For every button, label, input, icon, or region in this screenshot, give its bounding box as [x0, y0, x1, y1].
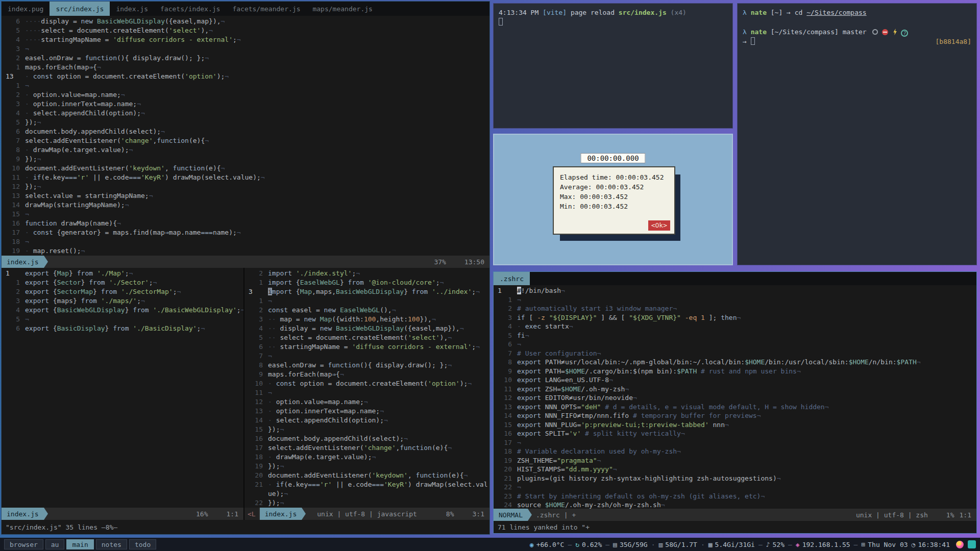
- editor-window-left[interactable]: index.pugsrc/index.jsindex.jsfacets/inde…: [1, 1, 490, 535]
- line-number: 18: [494, 447, 517, 456]
- text-segment: export: [517, 412, 541, 419]
- line-number: 5: [244, 333, 268, 342]
- text-segment: NNN_PLUG=: [541, 421, 581, 429]
- code-line: 10document.addEventListener('keydown', f…: [2, 164, 489, 173]
- editor-splits: 1export {Map} from './Map';¬ 1export {Se…: [2, 268, 489, 520]
- text-segment: $PATH: [897, 358, 917, 366]
- text-segment: ¬: [149, 192, 153, 199]
- text-segment: document.addEventListener(: [268, 471, 372, 479]
- text-segment: export: [25, 279, 49, 286]
- text-segment: $HOME: [545, 501, 565, 509]
- line-number: 6: [244, 342, 268, 352]
- buffer-src-index-js-top[interactable]: 2import './index.styl';¬ 1import {EaselW…: [244, 268, 489, 508]
- statusline-split-left: index.js 16% 1:1: [2, 508, 243, 520]
- terminal-line: λ nate [~/Sites/compass] master ?: [743, 27, 971, 37]
- code-text: export ZSH=$HOME/.oh-my-zsh¬: [517, 385, 629, 394]
- editor-window-zshrc[interactable]: .zshrc 1#!/bin/bash¬ 1¬ 2# automatically…: [493, 271, 977, 534]
- line-number: 6: [2, 127, 25, 136]
- split-src-index[interactable]: 2import './index.styl';¬ 1import {EaselW…: [244, 268, 489, 520]
- line-number: 3: [244, 315, 268, 324]
- status-separator: —: [568, 541, 572, 548]
- text-segment: ;: [472, 343, 476, 350]
- code-line: 2easel.onDraw = function(){ display.draw…: [2, 54, 489, 63]
- text-segment: {: [49, 306, 57, 314]
- text-segment: ¬: [404, 435, 408, 442]
- code-line: 4·· display = new BasicWebGLDisplay({eas…: [244, 324, 489, 333]
- text-segment: (e){: [448, 471, 463, 479]
- text-segment: new: [324, 306, 340, 314]
- text-segment: map.reset();: [29, 247, 81, 255]
- line-number: 5: [2, 26, 25, 35]
- systray-terminal-icon[interactable]: [968, 540, 976, 548]
- line-number: 18: [244, 453, 268, 462]
- text-segment: ¬: [432, 315, 436, 323]
- terminal-vite[interactable]: 4:13:34 PM [vite] page reload src/index.…: [493, 3, 733, 129]
- code-text: export {maps} from './maps/';¬: [25, 296, 145, 306]
- code-line: 7¬: [244, 352, 489, 361]
- text-segment: ¬: [737, 314, 741, 321]
- workspace-notes[interactable]: notes: [96, 539, 127, 549]
- dialog-text-line: Max: 00:00:03.452: [560, 192, 668, 202]
- code-text: · option.innerText=map.name;¬: [25, 99, 141, 109]
- text-segment: ¬: [613, 465, 617, 473]
- code-line: 22});¬: [244, 498, 489, 508]
- terminal-cursor: [499, 18, 503, 26]
- code-text: HIST_STAMPS="dd.mm.yyyy"¬: [517, 465, 617, 474]
- text-segment: ¬: [525, 332, 529, 339]
- split-exports[interactable]: 1export {Map} from './Map';¬ 1export {Se…: [2, 268, 243, 520]
- vim-message-line: 71 lines yanked into "+: [494, 521, 976, 533]
- text-segment: from: [81, 297, 97, 305]
- timer-app-window[interactable]: 00:00:00.000 Elapsed time: 00:00:03.452A…: [493, 134, 733, 265]
- code-line: 14· select.appendChild(option);¬: [244, 416, 489, 425]
- line-number: 22: [494, 483, 517, 492]
- git-gear-icon: [872, 29, 878, 35]
- dialog-text: Elapsed time: 00:00:03.452Average: 00:00…: [560, 172, 668, 211]
- line-number: 11: [494, 385, 517, 394]
- workspace-main[interactable]: main: [66, 539, 93, 549]
- code-text: export {BasicDisplay} from './BasicDispl…: [25, 324, 205, 333]
- network-icon: ◈: [796, 541, 800, 548]
- text-segment: const: [33, 229, 53, 236]
- line-number: 8: [244, 361, 268, 370]
- text-segment: function: [328, 361, 360, 369]
- editor-tab-facets/meander.js[interactable]: facets/meander.js: [226, 2, 306, 16]
- text-segment: function: [157, 137, 189, 144]
- buffer-exports-index-js[interactable]: 1export {Map} from './Map';¬ 1export {Se…: [2, 268, 243, 508]
- line-number: 12: [2, 182, 25, 191]
- code-line: 23# Start by inheriting default os oh-my…: [494, 492, 976, 501]
- editor-tab-index.js[interactable]: index.js: [110, 2, 154, 16]
- editor-tab-facets/index.js[interactable]: facets/index.js: [154, 2, 226, 16]
- text-segment: nnn: [709, 421, 725, 429]
- text-segment: [: [525, 314, 537, 321]
- editor-tab-maps/meander.js[interactable]: maps/meander.js: [306, 2, 378, 16]
- statusline-filename: .zshrc | +: [536, 511, 576, 519]
- text-segment: function: [400, 444, 432, 452]
- code-line: 15});¬: [244, 425, 489, 434]
- line-number: 17: [494, 438, 517, 447]
- text-segment: export: [517, 358, 541, 366]
- text-segment: ,: [408, 471, 416, 479]
- workspace-au[interactable]: au: [45, 539, 65, 549]
- text-segment: {: [336, 370, 340, 378]
- ok-button[interactable]: <Ok>: [648, 220, 670, 231]
- text-segment: document.body.appendChild(select);: [25, 128, 161, 135]
- editor-tab-index.pug[interactable]: index.pug: [2, 2, 50, 16]
- workspace-browser[interactable]: browser: [4, 539, 43, 549]
- buffer-src-index-js[interactable]: 6····display = new BasicWebGLDisplay({ea…: [2, 16, 489, 256]
- line-number: 3: [2, 44, 25, 54]
- text-segment: ¬: [141, 297, 145, 305]
- code-line: 11· if(e.key==='r' || e.code==='KeyR') d…: [2, 173, 489, 182]
- code-line: 5·· select = document.createElement('sel…: [244, 333, 489, 342]
- buffer-zshrc[interactable]: 1#!/bin/bash¬ 1¬ 2# automatically start …: [494, 285, 976, 509]
- statusline-zshrc: NORMAL .zshrc | + unix | utf-8 | zsh 1% …: [494, 509, 976, 521]
- tab-zshrc[interactable]: .zshrc: [494, 272, 530, 285]
- text-segment: {maps}: [49, 297, 81, 305]
- text-segment: ¬: [237, 36, 241, 43]
- code-text: # Variable declaration used by oh-my-zsh…: [517, 447, 681, 456]
- terminal-shell[interactable]: λ nate [~] → cd ~/Sites/compassλ nate [~…: [737, 3, 977, 265]
- editor-tab-src/index.js[interactable]: src/index.js: [50, 2, 110, 16]
- code-line: 14drawMap(startingMapName);¬: [2, 201, 489, 210]
- text-segment: "dd.mm.yyyy": [565, 465, 613, 473]
- workspace-todo[interactable]: todo: [129, 539, 156, 549]
- systray-app-icon[interactable]: [956, 541, 964, 548]
